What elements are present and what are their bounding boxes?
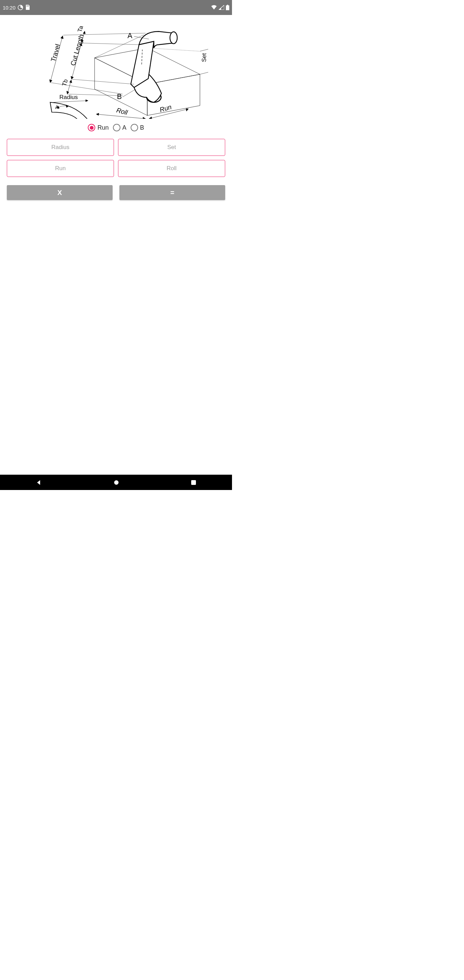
app-icon: [18, 5, 23, 10]
svg-rect-2: [27, 5, 28, 6]
svg-marker-21: [60, 36, 63, 39]
radius-input[interactable]: Radius: [7, 139, 114, 156]
sd-icon: [25, 5, 30, 10]
svg-line-15: [95, 35, 144, 58]
svg-text:A: A: [55, 104, 59, 110]
svg-line-14: [147, 48, 200, 51]
svg-line-34: [72, 79, 134, 84]
svg-line-10: [200, 48, 208, 51]
radio-label: B: [140, 124, 144, 131]
radio-a[interactable]: A: [113, 124, 127, 131]
svg-marker-30: [70, 80, 72, 83]
nav-home-icon[interactable]: [113, 479, 120, 486]
calculate-button[interactable]: =: [119, 185, 225, 200]
svg-text:Run: Run: [159, 103, 172, 114]
status-bar: 10:20: [0, 0, 232, 15]
svg-marker-25: [71, 76, 73, 79]
radio-group: Run A B: [0, 121, 232, 136]
svg-point-60: [114, 480, 119, 485]
radio-b[interactable]: B: [130, 124, 144, 131]
svg-text:Travel: Travel: [49, 43, 62, 63]
svg-marker-46: [186, 108, 189, 111]
svg-marker-27: [83, 31, 86, 34]
set-input[interactable]: Set: [118, 139, 225, 156]
run-input[interactable]: Run: [7, 160, 114, 177]
svg-rect-61: [191, 480, 196, 485]
input-placeholder: Radius: [51, 144, 69, 151]
radio-label: A: [122, 124, 127, 131]
wifi-icon: [211, 5, 217, 10]
svg-text:B: B: [117, 92, 122, 101]
main-content: Travel Cut Length Ta Tb Radius A A B Rol…: [0, 15, 232, 475]
svg-point-19: [170, 32, 177, 44]
status-time: 10:20: [3, 5, 16, 11]
status-right: [211, 5, 229, 10]
radio-run[interactable]: Run: [88, 124, 108, 131]
svg-marker-42: [96, 113, 99, 116]
svg-text:Roll: Roll: [116, 106, 129, 116]
action-buttons: X =: [0, 180, 232, 205]
svg-text:A: A: [127, 32, 133, 40]
svg-rect-1: [27, 5, 27, 6]
svg-line-37: [53, 101, 88, 102]
svg-text:Ta: Ta: [76, 25, 84, 33]
android-nav-bar: [0, 475, 232, 490]
roll-input[interactable]: Roll: [118, 160, 225, 177]
svg-text:Radius: Radius: [60, 94, 78, 100]
status-left: 10:20: [3, 5, 30, 11]
svg-marker-38: [86, 100, 88, 102]
signal-icon: [219, 5, 224, 10]
svg-text:Set: Set: [200, 53, 208, 62]
svg-marker-22: [50, 80, 52, 83]
input-placeholder: Set: [167, 144, 176, 151]
svg-line-48: [122, 89, 136, 97]
pipe-offset-diagram: Travel Cut Length Ta Tb Radius A A B Rol…: [0, 15, 232, 121]
svg-rect-5: [226, 5, 229, 10]
radio-label: Run: [97, 124, 108, 131]
svg-rect-4: [227, 5, 228, 5]
svg-line-33: [81, 43, 139, 45]
svg-marker-43: [143, 117, 146, 119]
radio-circle-icon: [88, 124, 95, 131]
radio-circle-icon: [130, 124, 138, 131]
svg-line-41: [96, 114, 146, 119]
input-placeholder: Run: [55, 165, 66, 172]
nav-recent-icon[interactable]: [191, 479, 197, 485]
svg-text:Cut Length: Cut Length: [69, 33, 85, 66]
battery-icon: [226, 5, 229, 10]
svg-line-32: [63, 33, 146, 35]
radio-circle-icon: [113, 124, 121, 131]
input-grid: Radius Set Run Roll: [0, 136, 232, 180]
svg-text:Tb: Tb: [61, 78, 69, 87]
svg-marker-45: [149, 117, 152, 119]
input-placeholder: Roll: [167, 165, 176, 172]
clear-button[interactable]: X: [7, 185, 113, 200]
nav-back-icon[interactable]: [35, 479, 42, 486]
svg-rect-3: [28, 5, 29, 6]
diagram-svg: Travel Cut Length Ta Tb Radius A A B Rol…: [24, 17, 208, 119]
svg-line-9: [200, 71, 208, 75]
